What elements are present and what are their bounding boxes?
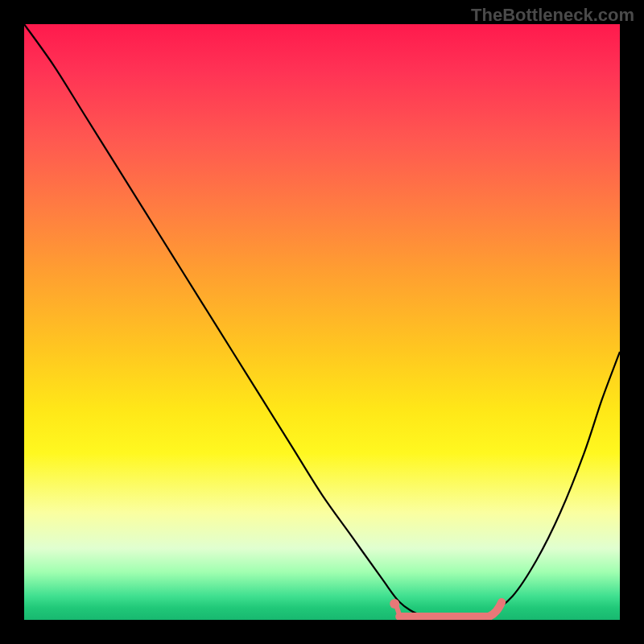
chart-curve-svg (24, 24, 620, 620)
watermark-text: TheBottleneck.com (471, 5, 634, 26)
curve-line (24, 24, 620, 620)
optimal-range-start-stem (396, 605, 399, 615)
optimal-range-end-curl (489, 602, 502, 617)
bottleneck-curve (24, 24, 620, 620)
chart-container (24, 24, 620, 620)
